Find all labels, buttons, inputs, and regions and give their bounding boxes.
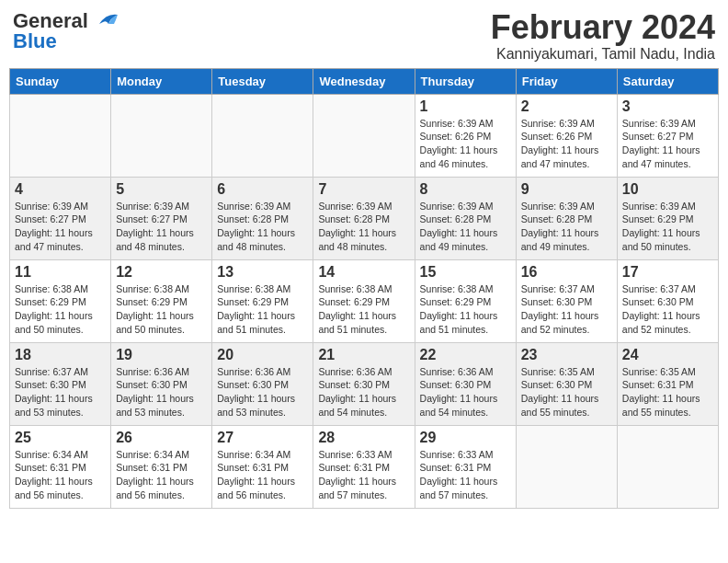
day-number: 25 (15, 430, 106, 446)
day-number: 18 (15, 347, 106, 363)
day-number: 27 (217, 430, 308, 446)
week-row-4: 18Sunrise: 6:37 AM Sunset: 6:30 PM Dayli… (10, 342, 719, 425)
month-title: February 2024 (491, 9, 715, 46)
day-number: 6 (217, 181, 308, 198)
weekday-header-thursday: Thursday (415, 68, 516, 94)
calendar-cell: 24Sunrise: 6:35 AM Sunset: 6:31 PM Dayli… (617, 342, 718, 425)
day-info: Sunrise: 6:37 AM Sunset: 6:30 PM Dayligh… (15, 365, 106, 419)
weekday-header-tuesday: Tuesday (212, 68, 313, 94)
calendar-cell (10, 94, 111, 177)
calendar-cell: 5Sunrise: 6:39 AM Sunset: 6:27 PM Daylig… (111, 177, 212, 259)
day-number: 9 (521, 181, 612, 198)
day-info: Sunrise: 6:34 AM Sunset: 6:31 PM Dayligh… (15, 448, 106, 502)
calendar-cell: 19Sunrise: 6:36 AM Sunset: 6:30 PM Dayli… (111, 342, 212, 425)
day-info: Sunrise: 6:39 AM Sunset: 6:27 PM Dayligh… (15, 200, 106, 254)
day-info: Sunrise: 6:37 AM Sunset: 6:30 PM Dayligh… (521, 282, 612, 337)
day-info: Sunrise: 6:35 AM Sunset: 6:31 PM Dayligh… (622, 365, 713, 419)
calendar-table: SundayMondayTuesdayWednesdayThursdayFrid… (9, 68, 719, 509)
day-number: 22 (420, 347, 511, 363)
calendar-cell: 17Sunrise: 6:37 AM Sunset: 6:30 PM Dayli… (617, 259, 718, 342)
day-info: Sunrise: 6:39 AM Sunset: 6:27 PM Dayligh… (116, 200, 207, 254)
calendar-cell: 8Sunrise: 6:39 AM Sunset: 6:28 PM Daylig… (415, 177, 516, 259)
logo: General Blue (13, 9, 119, 53)
day-info: Sunrise: 6:38 AM Sunset: 6:29 PM Dayligh… (318, 282, 409, 337)
day-number: 26 (116, 430, 207, 446)
day-info: Sunrise: 6:37 AM Sunset: 6:30 PM Dayligh… (622, 282, 713, 337)
day-number: 13 (217, 264, 308, 281)
day-info: Sunrise: 6:39 AM Sunset: 6:28 PM Dayligh… (521, 200, 612, 254)
calendar-cell: 14Sunrise: 6:38 AM Sunset: 6:29 PM Dayli… (313, 259, 415, 342)
calendar-cell: 21Sunrise: 6:36 AM Sunset: 6:30 PM Dayli… (313, 342, 415, 425)
day-number: 12 (116, 264, 207, 281)
calendar-cell: 27Sunrise: 6:34 AM Sunset: 6:31 PM Dayli… (212, 425, 313, 508)
day-info: Sunrise: 6:39 AM Sunset: 6:28 PM Dayligh… (420, 200, 511, 254)
day-number: 16 (521, 264, 612, 281)
day-info: Sunrise: 6:34 AM Sunset: 6:31 PM Dayligh… (217, 448, 308, 502)
day-info: Sunrise: 6:39 AM Sunset: 6:28 PM Dayligh… (217, 200, 308, 254)
calendar-cell: 6Sunrise: 6:39 AM Sunset: 6:28 PM Daylig… (212, 177, 313, 259)
calendar-cell (212, 94, 313, 177)
calendar-cell: 20Sunrise: 6:36 AM Sunset: 6:30 PM Dayli… (212, 342, 313, 425)
calendar-cell: 13Sunrise: 6:38 AM Sunset: 6:29 PM Dayli… (212, 259, 313, 342)
title-section: February 2024 Kanniyakumari, Tamil Nadu,… (491, 9, 715, 63)
weekday-header-wednesday: Wednesday (313, 68, 415, 94)
day-info: Sunrise: 6:38 AM Sunset: 6:29 PM Dayligh… (420, 282, 511, 337)
day-number: 23 (521, 347, 612, 363)
day-number: 21 (318, 347, 409, 363)
weekday-header-monday: Monday (111, 68, 212, 94)
logo-blue: Blue (13, 29, 57, 53)
day-number: 15 (420, 264, 511, 281)
day-info: Sunrise: 6:39 AM Sunset: 6:29 PM Dayligh… (622, 200, 713, 254)
location-subtitle: Kanniyakumari, Tamil Nadu, India (491, 46, 715, 63)
calendar-cell: 25Sunrise: 6:34 AM Sunset: 6:31 PM Dayli… (10, 425, 111, 508)
day-number: 14 (318, 264, 409, 281)
calendar-cell: 7Sunrise: 6:39 AM Sunset: 6:28 PM Daylig… (313, 177, 415, 259)
week-row-3: 11Sunrise: 6:38 AM Sunset: 6:29 PM Dayli… (10, 259, 719, 342)
calendar-cell (111, 94, 212, 177)
day-info: Sunrise: 6:36 AM Sunset: 6:30 PM Dayligh… (217, 365, 308, 419)
day-number: 10 (622, 181, 713, 198)
calendar-cell (516, 425, 617, 508)
day-info: Sunrise: 6:39 AM Sunset: 6:26 PM Dayligh… (521, 117, 612, 171)
day-number: 11 (15, 264, 106, 281)
day-info: Sunrise: 6:39 AM Sunset: 6:27 PM Dayligh… (622, 117, 713, 171)
week-row-1: 1Sunrise: 6:39 AM Sunset: 6:26 PM Daylig… (10, 94, 719, 177)
day-number: 1 (420, 98, 511, 115)
day-number: 24 (622, 347, 713, 363)
day-number: 20 (217, 347, 308, 363)
day-number: 17 (622, 264, 713, 281)
calendar-cell: 9Sunrise: 6:39 AM Sunset: 6:28 PM Daylig… (516, 177, 617, 259)
week-row-5: 25Sunrise: 6:34 AM Sunset: 6:31 PM Dayli… (10, 425, 719, 508)
day-number: 4 (15, 181, 106, 198)
day-info: Sunrise: 6:36 AM Sunset: 6:30 PM Dayligh… (318, 365, 409, 419)
day-info: Sunrise: 6:38 AM Sunset: 6:29 PM Dayligh… (217, 282, 308, 337)
day-info: Sunrise: 6:33 AM Sunset: 6:31 PM Dayligh… (318, 448, 409, 502)
week-row-2: 4Sunrise: 6:39 AM Sunset: 6:27 PM Daylig… (10, 177, 719, 259)
calendar-cell: 4Sunrise: 6:39 AM Sunset: 6:27 PM Daylig… (10, 177, 111, 259)
day-info: Sunrise: 6:33 AM Sunset: 6:31 PM Dayligh… (420, 448, 511, 502)
day-number: 29 (420, 430, 511, 446)
day-number: 5 (116, 181, 207, 198)
weekday-header-friday: Friday (516, 68, 617, 94)
day-info: Sunrise: 6:35 AM Sunset: 6:30 PM Dayligh… (521, 365, 612, 419)
day-info: Sunrise: 6:39 AM Sunset: 6:26 PM Dayligh… (420, 117, 511, 171)
calendar-cell: 26Sunrise: 6:34 AM Sunset: 6:31 PM Dayli… (111, 425, 212, 508)
day-info: Sunrise: 6:38 AM Sunset: 6:29 PM Dayligh… (15, 282, 106, 337)
calendar-cell: 15Sunrise: 6:38 AM Sunset: 6:29 PM Dayli… (415, 259, 516, 342)
logo-bird-icon (90, 11, 119, 31)
day-info: Sunrise: 6:34 AM Sunset: 6:31 PM Dayligh… (116, 448, 207, 502)
calendar-cell (313, 94, 415, 177)
header-row: SundayMondayTuesdayWednesdayThursdayFrid… (10, 68, 719, 94)
day-info: Sunrise: 6:39 AM Sunset: 6:28 PM Dayligh… (318, 200, 409, 254)
calendar-cell: 10Sunrise: 6:39 AM Sunset: 6:29 PM Dayli… (617, 177, 718, 259)
day-info: Sunrise: 6:38 AM Sunset: 6:29 PM Dayligh… (116, 282, 207, 337)
calendar-cell: 3Sunrise: 6:39 AM Sunset: 6:27 PM Daylig… (617, 94, 718, 177)
page-header: General Blue February 2024 Kanniyakumari… (9, 9, 719, 63)
weekday-header-sunday: Sunday (10, 68, 111, 94)
calendar-cell: 23Sunrise: 6:35 AM Sunset: 6:30 PM Dayli… (516, 342, 617, 425)
calendar-cell: 2Sunrise: 6:39 AM Sunset: 6:26 PM Daylig… (516, 94, 617, 177)
weekday-header-saturday: Saturday (617, 68, 718, 94)
calendar-cell: 28Sunrise: 6:33 AM Sunset: 6:31 PM Dayli… (313, 425, 415, 508)
day-number: 2 (521, 98, 612, 115)
calendar-cell: 18Sunrise: 6:37 AM Sunset: 6:30 PM Dayli… (10, 342, 111, 425)
